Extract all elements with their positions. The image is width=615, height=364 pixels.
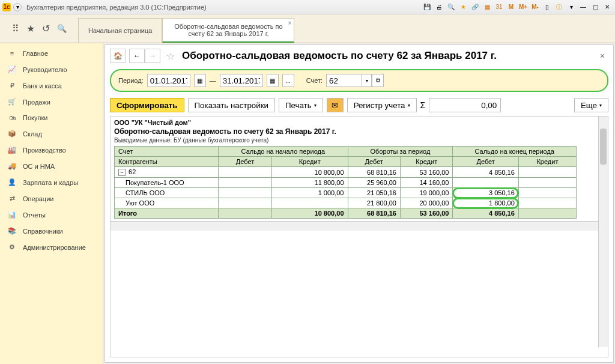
tb-m-icon[interactable]: M bbox=[506, 2, 517, 12]
report-title: Оборотно-сальдовая ведомость по счету 62… bbox=[114, 127, 604, 136]
sidebar-icon: 🛒 bbox=[7, 98, 17, 106]
tab-close-icon[interactable]: × bbox=[288, 20, 292, 26]
calendar-to-icon[interactable]: ▦ bbox=[267, 74, 279, 87]
minimize-icon[interactable]: — bbox=[578, 2, 589, 12]
collapse-icon[interactable]: − bbox=[118, 169, 126, 176]
show-settings-button[interactable]: Показать настройки bbox=[188, 98, 275, 112]
history-icon[interactable]: ↺ bbox=[42, 23, 50, 34]
forward-button[interactable]: → bbox=[145, 49, 160, 63]
tb-mminus-icon[interactable]: M- bbox=[530, 2, 541, 12]
sidebar-label: Руководителю bbox=[23, 66, 67, 73]
sidebar-item[interactable]: 🚚ОС и НМА bbox=[0, 158, 103, 174]
table-row[interactable]: СТИЛЬ ООО1 000,0021 050,1619 000,003 050… bbox=[115, 188, 577, 198]
more-button[interactable]: Еще ▾ bbox=[574, 98, 608, 112]
sidebar-label: ОС и НМА bbox=[23, 163, 55, 170]
tb-print-icon[interactable]: 🖨 bbox=[434, 2, 444, 12]
sidebar-icon: 🛍 bbox=[7, 114, 17, 121]
period-picker-button[interactable]: ... bbox=[282, 74, 294, 87]
calendar-from-icon[interactable]: ▦ bbox=[194, 74, 206, 87]
home-button[interactable]: 🏠 bbox=[110, 49, 126, 63]
sidebar-item[interactable]: ⚙Администрирование bbox=[0, 239, 103, 255]
date-to-input[interactable] bbox=[220, 74, 263, 87]
tab-label: Начальная страница bbox=[88, 27, 152, 34]
print-button[interactable]: Печать ▾ bbox=[279, 98, 323, 112]
account-lookup-icon[interactable]: ⧉ bbox=[372, 74, 384, 87]
close-icon[interactable]: ✕ bbox=[602, 2, 613, 12]
sidebar-label: Склад bbox=[23, 130, 42, 138]
sidebar-label: Администрирование bbox=[23, 244, 86, 251]
col-ed: Дебет bbox=[453, 157, 518, 167]
tb-info-icon[interactable]: ⓘ bbox=[554, 2, 565, 12]
table-row[interactable]: Уют ООО21 800,0020 000,001 800,00 bbox=[115, 198, 577, 208]
maximize-icon[interactable]: ▢ bbox=[590, 2, 601, 12]
sidebar-item[interactable]: 📦Склад bbox=[0, 126, 103, 142]
sidebar-icon: 📚 bbox=[7, 227, 17, 235]
email-button[interactable]: ✉ bbox=[327, 98, 344, 112]
window-titlebar: 1c ▾ Бухгалтерия предприятия, редакция 3… bbox=[0, 0, 615, 14]
page-close-icon[interactable]: × bbox=[596, 51, 608, 61]
tb-info-dd-icon[interactable]: ▾ bbox=[566, 2, 577, 12]
sidebar-icon: 📈 bbox=[7, 65, 17, 73]
col-sc: Кредит bbox=[271, 157, 348, 167]
sidebar-label: Главное bbox=[23, 50, 48, 57]
sidebar-item[interactable]: ₽Банк и касса bbox=[0, 77, 103, 94]
sidebar-item[interactable]: 🛒Продажи bbox=[0, 94, 103, 110]
sidebar-icon: 🏭 bbox=[7, 146, 17, 154]
dropdown-icon[interactable]: ▾ bbox=[13, 3, 22, 11]
sidebar-label: Банк и касса bbox=[23, 82, 62, 89]
chevron-down-icon: ▾ bbox=[314, 103, 317, 108]
sidebar-label: Зарплата и кадры bbox=[23, 179, 78, 186]
sidebar-item[interactable]: 📊Отчеты bbox=[0, 207, 103, 223]
app-icon-1c: 1c bbox=[2, 3, 11, 11]
back-button[interactable]: ← bbox=[129, 49, 145, 63]
apps-icon[interactable]: ⠿ bbox=[12, 23, 19, 34]
date-from-input[interactable] bbox=[147, 74, 190, 87]
tb-save-icon[interactable]: 💾 bbox=[422, 2, 432, 12]
tab-label-l1: Оборотно-сальдовая ведомость по bbox=[174, 23, 282, 30]
nav-sidebar: ≡Главное📈Руководителю₽Банк и касса🛒Прода… bbox=[0, 43, 103, 364]
account-dropdown-icon[interactable]: ▾ bbox=[362, 74, 372, 87]
star-icon[interactable]: ★ bbox=[26, 23, 35, 34]
sidebar-item[interactable]: ≡Главное bbox=[0, 46, 103, 61]
org-name: ООО "УК "Чистый дом" bbox=[114, 119, 604, 126]
tb-cal-icon[interactable]: 31 bbox=[494, 2, 504, 12]
tb-mplus-icon[interactable]: M+ bbox=[518, 2, 529, 12]
horizontal-scrollbar[interactable] bbox=[111, 221, 608, 231]
tab-start-page[interactable]: Начальная страница bbox=[78, 18, 162, 43]
col-end: Сальдо на конец периода bbox=[453, 147, 577, 157]
tab-report[interactable]: Оборотно-сальдовая ведомость по счету 62… bbox=[162, 18, 294, 43]
favorite-icon[interactable]: ☆ bbox=[166, 50, 175, 62]
table-row[interactable]: Покупатель-1 ООО11 800,0025 960,0014 160… bbox=[115, 178, 577, 188]
col-ec: Кредит bbox=[518, 157, 576, 167]
tb-panel-icon[interactable]: ▯ bbox=[542, 2, 553, 12]
generate-button[interactable]: Сформировать bbox=[110, 98, 184, 112]
dash-label: — bbox=[210, 77, 216, 84]
report-area: ООО "УК "Чистый дом" Оборотно-сальдовая … bbox=[110, 116, 608, 357]
sidebar-item[interactable]: 🏭Производство bbox=[0, 142, 103, 158]
sidebar-icon: ₽ bbox=[7, 82, 17, 89]
search-icon[interactable]: 🔍 bbox=[57, 24, 67, 33]
table-row[interactable]: − 6210 800,0068 810,1653 160,004 850,16 bbox=[115, 167, 577, 178]
tb-calc-icon[interactable]: ▦ bbox=[482, 2, 492, 12]
sidebar-item[interactable]: 📚Справочники bbox=[0, 223, 103, 239]
tb-star-icon[interactable]: ★ bbox=[458, 2, 468, 12]
page-title: Оборотно-сальдовая ведомость по счету 62… bbox=[182, 50, 593, 62]
sidebar-item[interactable]: 🛍Покупки bbox=[0, 110, 103, 126]
sidebar-item[interactable]: ⇄Операции bbox=[0, 190, 103, 207]
tb-search-icon[interactable]: 🔍 bbox=[446, 2, 456, 12]
chevron-down-icon: ▾ bbox=[599, 103, 602, 108]
tb-link-icon[interactable]: 🔗 bbox=[470, 2, 480, 12]
register-button[interactable]: Регистр учета ▾ bbox=[347, 98, 417, 112]
tab-bar: ⠿ ★ ↺ 🔍 Начальная страница Оборотно-саль… bbox=[0, 14, 615, 43]
vertical-scrollbar[interactable] bbox=[598, 117, 608, 347]
sidebar-icon: ⚙ bbox=[7, 243, 17, 251]
sum-output[interactable] bbox=[429, 98, 501, 112]
table-total-row: Итого10 800,0068 810,1653 160,004 850,16 bbox=[115, 208, 577, 219]
tab-label-l2: счету 62 за Январь 2017 г. bbox=[188, 30, 268, 37]
account-input[interactable] bbox=[326, 74, 362, 87]
sidebar-item[interactable]: 📈Руководителю bbox=[0, 61, 103, 77]
sidebar-label: Производство bbox=[23, 147, 66, 154]
sidebar-item[interactable]: 👤Зарплата и кадры bbox=[0, 174, 103, 190]
col-contr: Контрагенты bbox=[115, 157, 219, 167]
col-turn: Обороты за период bbox=[348, 147, 453, 157]
